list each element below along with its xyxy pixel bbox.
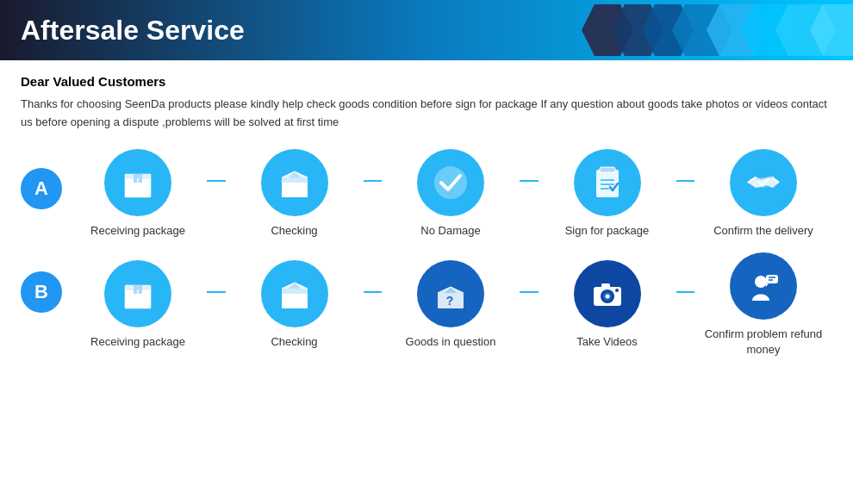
step-b4-label: Take Videos [576, 334, 638, 350]
step-b4-icon [574, 260, 641, 327]
step-b5-icon [730, 252, 797, 320]
step-a5: Confirm the delivery [694, 149, 832, 239]
step-a2-icon [261, 149, 328, 216]
steps-row-b: Receiving package Checking [69, 252, 832, 358]
step-b2: Checking [226, 260, 364, 350]
step-a2: Checking [226, 149, 364, 239]
svg-rect-26 [282, 293, 308, 308]
svg-rect-34 [601, 283, 610, 288]
step-a1: Receiving package [69, 149, 207, 239]
step-a2-label: Checking [271, 223, 317, 239]
svg-rect-13 [282, 182, 308, 197]
svg-point-36 [755, 276, 767, 288]
step-b3: ? Goods in question [382, 260, 520, 350]
content-area: Dear Valued Customers Thanks for choosin… [0, 60, 853, 380]
step-b3-label: Goods in question [406, 334, 496, 350]
header: Aftersale Service [0, 0, 853, 60]
step-b1-icon [104, 260, 171, 327]
step-a3: No Damage [382, 149, 520, 239]
svg-point-33 [605, 294, 609, 298]
step-a5-icon [730, 149, 797, 216]
connector-a4 [676, 180, 695, 182]
flow-row-b: B Receiving package [21, 252, 832, 358]
svg-rect-37 [766, 275, 778, 283]
connector-a3 [520, 180, 539, 182]
connector-b4 [676, 291, 695, 293]
step-a3-icon [417, 149, 484, 216]
page-title: Aftersale Service [21, 15, 245, 47]
badge-a: A [21, 168, 62, 209]
step-b3-icon: ? [417, 260, 484, 327]
step-a4-icon [574, 149, 641, 216]
step-b2-icon [261, 260, 328, 327]
step-b5-label: Confirm problem refund money [694, 327, 832, 358]
step-a4: Sign for package [539, 149, 676, 239]
step-b1: Receiving package [69, 260, 207, 350]
connector-a1 [207, 180, 226, 182]
svg-rect-17 [600, 167, 615, 172]
step-a3-label: No Damage [420, 223, 480, 239]
header-decoration [569, 0, 853, 60]
svg-point-35 [615, 289, 619, 292]
step-b5: Confirm problem refund money [694, 252, 832, 358]
dear-heading: Dear Valued Customers [21, 74, 832, 89]
step-a4-label: Sign for package [565, 223, 650, 239]
connector-b3 [520, 291, 539, 293]
steps-row-a: Receiving package Ch [69, 149, 832, 239]
flow-row-a: A Receiving package [21, 149, 832, 239]
step-a1-label: Receiving package [90, 223, 185, 239]
step-a1-icon [104, 149, 171, 216]
intro-text: Thanks for choosing SeenDa products plea… [21, 96, 832, 132]
badge-b: B [21, 271, 62, 313]
step-a5-label: Confirm the delivery [713, 223, 813, 239]
svg-rect-16 [596, 170, 619, 197]
connector-b1 [207, 291, 226, 293]
svg-marker-40 [766, 283, 769, 287]
svg-rect-14 [282, 177, 308, 183]
svg-text:?: ? [446, 294, 454, 308]
step-b2-label: Checking [271, 334, 317, 350]
connector-a2 [364, 180, 383, 182]
step-b1-label: Receiving package [90, 334, 185, 350]
connector-b2 [364, 291, 383, 293]
svg-rect-27 [282, 289, 308, 294]
step-b4: Take Videos [539, 260, 676, 350]
